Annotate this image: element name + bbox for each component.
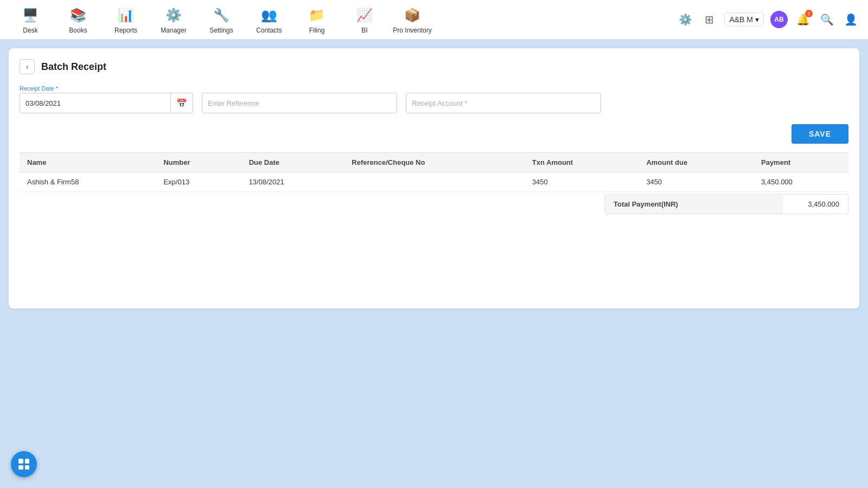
total-payment-label: Total Payment(INR)	[605, 195, 783, 214]
desk-icon: 🖥️	[20, 5, 41, 25]
cell-txn-amount: 3450	[525, 172, 639, 192]
books-icon: 📚	[68, 5, 88, 25]
notification-badge: 1	[805, 10, 813, 17]
grid-icon	[18, 459, 29, 470]
col-header-due-date: Due Date	[241, 153, 344, 172]
receipt-date-wrapper: 📅	[20, 93, 193, 113]
cell-payment: 3,450.000	[754, 172, 848, 192]
nav-item-bi[interactable]: 📈 BI	[343, 2, 386, 37]
col-header-txn-amount: Txn Amount	[525, 153, 639, 172]
nav-label-contacts: Contacts	[256, 27, 282, 34]
settings-icon: 🔧	[211, 5, 232, 25]
top-navigation: 🖥️ Desk 📚 Books 📊 Reports ⚙️ Manager 🔧 S…	[0, 0, 868, 40]
user-icon[interactable]: 👤	[842, 11, 859, 28]
avatar[interactable]: AB	[770, 11, 788, 28]
receipt-date-label: Receipt Date *	[20, 85, 193, 92]
nav-label-filing: Filing	[309, 27, 325, 34]
col-header-number: Number	[156, 153, 241, 172]
nav-label-settings: Settings	[209, 27, 233, 34]
cell-amount-due: 3450	[639, 172, 754, 192]
nav-label-pro-inventory: Pro Inventory	[393, 27, 431, 34]
total-box: Total Payment(INR) 3,450.000	[604, 194, 848, 214]
chevron-down-icon: ▾	[755, 15, 759, 24]
cell-name: Ashish & Firm58	[20, 172, 156, 192]
col-header-payment: Payment	[754, 153, 848, 172]
nav-item-books[interactable]: 📚 Books	[56, 2, 100, 37]
nav-item-contacts[interactable]: 👥 Contacts	[247, 2, 291, 37]
pro-inventory-icon: 📦	[402, 5, 423, 25]
filing-icon: 📁	[307, 5, 327, 25]
cell-ref-cheque	[344, 172, 524, 192]
table-row: Ashish & Firm58 Exp/013 13/08/2021 3450 …	[20, 172, 848, 192]
nav-item-settings[interactable]: 🔧 Settings	[200, 2, 243, 37]
nav-label-reports: Reports	[114, 27, 137, 34]
nav-item-manager[interactable]: ⚙️ Manager	[152, 2, 195, 37]
reference-group	[202, 93, 397, 113]
nav-item-pro-inventory[interactable]: 📦 Pro Inventory	[391, 2, 434, 37]
nav-item-filing[interactable]: 📁 Filing	[295, 2, 339, 37]
nav-label-desk: Desk	[23, 27, 37, 34]
total-payment-row: Total Payment(INR) 3,450.000	[20, 194, 848, 214]
bottom-grid-button[interactable]	[11, 451, 37, 477]
nav-label-bi: BI	[361, 27, 367, 34]
batch-receipt-card: ‹ Batch Receipt Receipt Date * 📅 SAVE	[9, 48, 859, 309]
nav-label-manager: Manager	[161, 27, 186, 34]
nav-items: 🖥️ Desk 📚 Books 📊 Reports ⚙️ Manager 🔧 S…	[9, 2, 676, 37]
grid-apps-icon[interactable]: ⊞	[700, 11, 718, 28]
search-icon[interactable]: 🔍	[818, 11, 835, 28]
notification-button[interactable]: 🔔 1	[794, 11, 812, 28]
total-payment-value: 3,450.000	[783, 195, 848, 214]
nav-right: ⚙️ ⊞ A&B M ▾ AB 🔔 1 🔍 👤	[676, 11, 859, 28]
save-button[interactable]: SAVE	[792, 124, 848, 144]
receipt-date-group: Receipt Date * 📅	[20, 85, 193, 113]
col-header-name: Name	[20, 153, 156, 172]
reports-icon: 📊	[116, 5, 136, 25]
receipt-account-group	[406, 93, 601, 113]
nav-label-books: Books	[69, 27, 87, 34]
back-button[interactable]: ‹	[20, 59, 35, 74]
company-selector[interactable]: A&B M ▾	[724, 12, 764, 27]
receipt-account-input[interactable]	[406, 93, 601, 113]
receipt-date-input[interactable]	[20, 95, 170, 112]
reference-input[interactable]	[202, 93, 397, 113]
company-name: A&B M	[729, 15, 753, 24]
bi-icon: 📈	[354, 5, 375, 25]
col-header-ref-cheque: Reference/Cheque No	[344, 153, 524, 172]
table-header-row: Name Number Due Date Reference/Cheque No…	[20, 153, 848, 172]
nav-item-desk[interactable]: 🖥️ Desk	[9, 2, 52, 37]
form-row: Receipt Date * 📅	[20, 85, 848, 113]
page-title: Batch Receipt	[41, 61, 106, 73]
batch-receipt-table: Name Number Due Date Reference/Cheque No…	[20, 152, 848, 192]
save-button-row: SAVE	[20, 124, 848, 144]
nav-item-reports[interactable]: 📊 Reports	[104, 2, 148, 37]
card-header: ‹ Batch Receipt	[20, 59, 848, 74]
col-header-amount-due: Amount due	[639, 153, 754, 172]
main-content: ‹ Batch Receipt Receipt Date * 📅 SAVE	[0, 40, 868, 317]
cell-due-date: 13/08/2021	[241, 172, 344, 192]
manager-icon: ⚙️	[163, 5, 184, 25]
calendar-icon[interactable]: 📅	[170, 93, 193, 113]
contacts-icon: 👥	[259, 5, 279, 25]
gear-icon[interactable]: ⚙️	[676, 11, 694, 28]
cell-number: Exp/013	[156, 172, 241, 192]
